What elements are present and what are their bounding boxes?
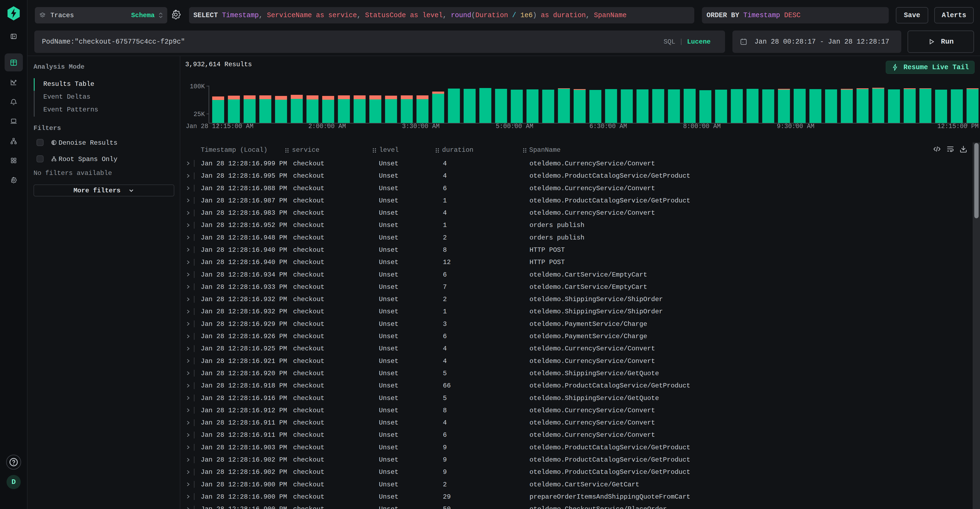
svg-text:9:30:00 AM: 9:30:00 AM: [777, 123, 815, 130]
svg-text:25K: 25K: [194, 111, 205, 118]
svg-text:2:00:00 AM: 2:00:00 AM: [308, 123, 346, 130]
svg-text:5:00:00 AM: 5:00:00 AM: [496, 123, 533, 130]
svg-text:12:15:00 PM: 12:15:00 PM: [937, 123, 978, 130]
svg-text:6:30:00 AM: 6:30:00 AM: [589, 123, 627, 130]
svg-text:100K: 100K: [190, 83, 205, 90]
svg-text:Jan 28 12:15:00 AM: Jan 28 12:15:00 AM: [186, 123, 253, 130]
svg-text:8:00:00 AM: 8:00:00 AM: [683, 123, 721, 130]
svg-text:3:30:00 AM: 3:30:00 AM: [402, 123, 440, 130]
